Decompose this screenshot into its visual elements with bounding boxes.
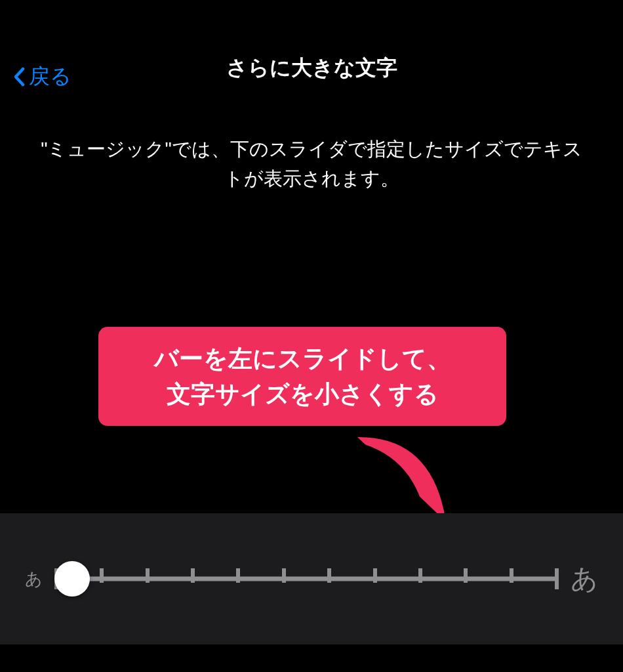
instruction-callout: バーを左にスライドして、 文字サイズを小さくする	[98, 327, 506, 426]
size-label-small: あ	[25, 568, 43, 591]
back-label: 戻る	[29, 62, 71, 91]
chevron-left-icon	[13, 67, 25, 87]
callout-line-2: 文字サイズを小さくする	[118, 377, 487, 412]
slider-ticks	[54, 568, 559, 589]
slider-thumb[interactable]	[54, 561, 90, 597]
nav-header: 戻る さらに大きな文字	[0, 0, 623, 59]
page-title: さらに大きな文字	[226, 24, 397, 83]
text-size-slider[interactable]	[54, 559, 559, 598]
back-button[interactable]: 戻る	[13, 62, 71, 91]
text-size-slider-panel: あ あ	[0, 513, 623, 644]
size-label-large: あ	[571, 561, 598, 597]
callout-line-1: バーを左にスライドして、	[118, 341, 487, 377]
